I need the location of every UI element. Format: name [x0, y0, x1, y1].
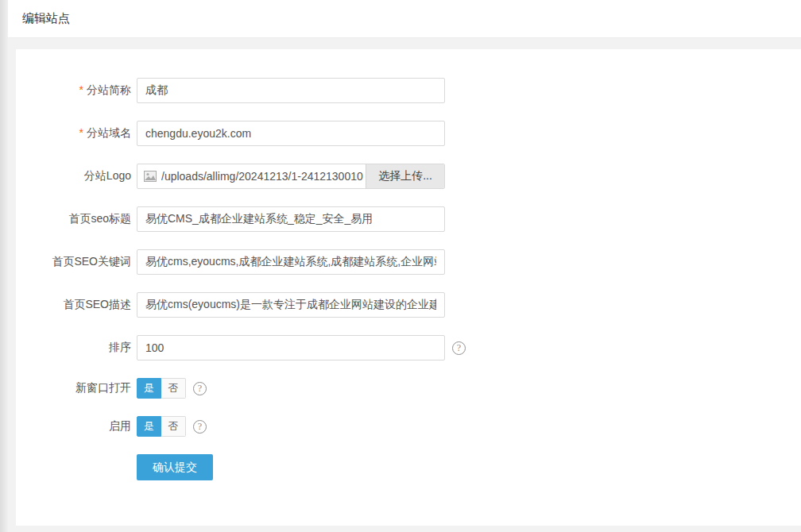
- toggle-yes[interactable]: 是: [137, 416, 161, 437]
- field-label: 新窗口打开: [16, 381, 131, 395]
- site-shortname-input[interactable]: [137, 78, 445, 103]
- field-label: 首页SEO描述: [16, 298, 131, 312]
- submit-button[interactable]: 确认提交: [137, 454, 213, 480]
- choose-upload-button[interactable]: 选择上传...: [366, 164, 445, 189]
- field-label: 启用: [16, 419, 131, 434]
- logo-path-input[interactable]: [161, 164, 366, 188]
- required-asterisk: *: [79, 126, 83, 139]
- logo-upload-box: 选择上传...: [137, 164, 445, 189]
- help-icon[interactable]: ?: [452, 341, 466, 355]
- edit-site-form: *分站简称 *分站域名 分站Logo 选择上传...: [16, 49, 801, 526]
- form-row-seo-title: 首页seo标题: [16, 206, 801, 232]
- toggle-no[interactable]: 否: [161, 416, 186, 437]
- required-asterisk: *: [79, 83, 83, 96]
- field-label: 首页SEO关键词: [16, 255, 131, 269]
- help-icon[interactable]: ?: [193, 420, 207, 434]
- toggle-yes[interactable]: 是: [137, 378, 161, 399]
- seo-title-input[interactable]: [137, 206, 445, 232]
- form-row-open-new-window: 新窗口打开 是 否 ?: [16, 378, 801, 399]
- field-label: *分站域名: [16, 126, 131, 141]
- left-edge-strip: [0, 0, 8, 532]
- form-row-submit: 确认提交: [16, 454, 801, 480]
- form-row-enabled: 启用 是 否 ?: [16, 416, 801, 437]
- site-domain-input[interactable]: [137, 121, 445, 146]
- page-header: 编辑站点: [8, 0, 801, 38]
- page-title: 编辑站点: [22, 11, 70, 26]
- form-row-seo-description: 首页SEO描述: [16, 292, 801, 318]
- seo-keywords-input[interactable]: [137, 249, 445, 275]
- field-label: *分站简称: [16, 83, 131, 98]
- field-label: 排序: [16, 341, 131, 355]
- field-label: 分站Logo: [16, 169, 131, 183]
- seo-description-input[interactable]: [137, 292, 445, 318]
- image-icon: [144, 171, 157, 182]
- open-new-window-toggle: 是 否: [137, 378, 186, 399]
- form-row-site-logo: 分站Logo 选择上传...: [16, 164, 801, 189]
- form-row-site-shortname: *分站简称: [16, 78, 801, 103]
- enabled-toggle: 是 否: [137, 416, 186, 437]
- form-row-sort-order: 排序 ?: [16, 335, 801, 360]
- sort-order-input[interactable]: [137, 335, 445, 360]
- help-icon[interactable]: ?: [193, 382, 207, 395]
- form-row-seo-keywords: 首页SEO关键词: [16, 249, 801, 275]
- toggle-no[interactable]: 否: [161, 378, 186, 399]
- form-row-site-domain: *分站域名: [16, 121, 801, 146]
- field-label: 首页seo标题: [16, 212, 131, 226]
